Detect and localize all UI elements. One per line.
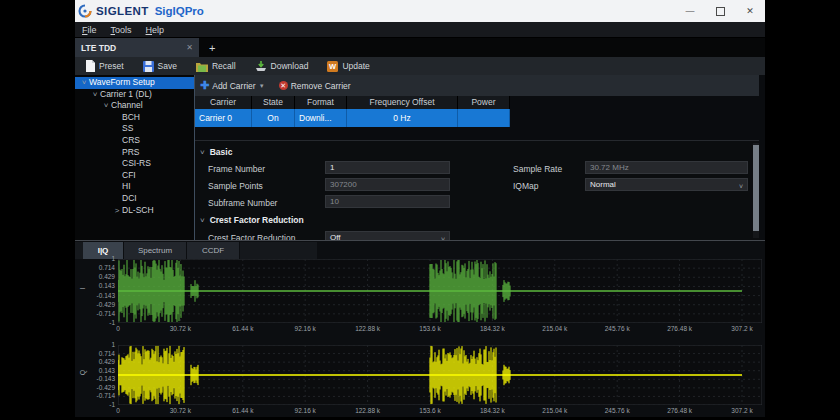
new-tab-button[interactable]: + — [199, 38, 225, 57]
minimize-button[interactable]: — — [675, 0, 705, 22]
col-header-state[interactable]: State — [252, 96, 295, 109]
tree-item-prs[interactable]: PRS — [75, 147, 194, 159]
y-tick-label: -0.714 — [75, 310, 115, 317]
tree-item-label: DL-SCH — [122, 205, 154, 217]
carrier-row-cell[interactable]: 0 Hz — [347, 109, 458, 127]
tree-item-csi-rs[interactable]: CSI-RS — [75, 158, 194, 170]
tree-item-channel[interactable]: ˅Channel — [75, 100, 194, 112]
y-tick-label: -0.429 — [75, 384, 115, 391]
remove-carrier-button[interactable]: ✕ Remove Carrier — [279, 81, 351, 91]
chevron-down-icon[interactable]: ▼ — [259, 83, 265, 89]
recall-button[interactable]: Recall — [196, 61, 236, 72]
chevron-down-icon[interactable]: ˅ — [79, 77, 89, 89]
carrier-table-header: CarrierStateFormatFrequency OffsetPower — [195, 96, 759, 109]
tree-item-waveform-setup[interactable]: ˅WaveForm Setup — [75, 77, 194, 89]
col-header-frequency-offset[interactable]: Frequency Offset — [347, 96, 458, 109]
tab-lte-tdd[interactable]: LTE TDD ✕ — [75, 38, 199, 57]
chevron-down-icon[interactable]: ˅ — [90, 89, 100, 101]
y-tick-label: -0.429 — [75, 301, 115, 308]
tree-item-ss[interactable]: SS — [75, 123, 194, 135]
tree-item-cfi[interactable]: CFI — [75, 170, 194, 182]
window-controls: — ✕ — [675, 0, 765, 22]
update-button[interactable]: W Update — [327, 61, 369, 72]
menu-help[interactable]: Help — [139, 25, 172, 35]
tab-spectrum[interactable]: Spectrum — [124, 242, 187, 259]
tree-item-crs[interactable]: CRS — [75, 135, 194, 147]
col-header-format[interactable]: Format — [295, 96, 347, 109]
menu-file[interactable]: File — [75, 25, 104, 35]
tab-close-icon[interactable]: ✕ — [186, 43, 193, 52]
x-tick-label: 0 — [93, 407, 143, 414]
carrier-row-cell[interactable]: Carrier 0 — [195, 109, 252, 127]
save-label: Save — [158, 61, 177, 71]
x-tick-label: 92.16 k — [280, 407, 330, 414]
x-tick-label: 153.6 k — [405, 325, 455, 332]
carrier-table: CarrierStateFormatFrequency OffsetPower … — [195, 96, 759, 127]
tree-item-dci[interactable]: DCI — [75, 193, 194, 205]
tab-label: LTE TDD — [81, 43, 116, 53]
menu-bar: FileToolsHelp — [75, 22, 765, 38]
section-cfr[interactable]: ˅Crest Factor Reduction — [200, 215, 304, 225]
sample-rate-label: Sample Rate — [513, 164, 562, 174]
download-button[interactable]: Download — [255, 61, 309, 72]
parameters-form: ˅Basic Frame Number 1 Sample Points 3072… — [195, 140, 759, 241]
sample-rate-input: 30.72 MHz — [585, 161, 748, 174]
title-bar: SIGLENT SigIQPro — ✕ — [75, 0, 765, 22]
tree-item-hi[interactable]: HI — [75, 181, 194, 193]
tree-item-label: PRS — [122, 147, 139, 159]
x-tick-label: 245.76 k — [592, 407, 642, 414]
chevron-right-icon[interactable]: ˃ — [112, 205, 122, 217]
tree-item-carrier-1-dl-[interactable]: ˅Carrier 1 (DL) — [75, 89, 194, 101]
tree-item-label: CFI — [122, 170, 136, 182]
menu-tools[interactable]: Tools — [104, 25, 139, 35]
iqmap-select[interactable]: Normal˅ — [585, 178, 748, 191]
tree-item-dl-sch[interactable]: ˃DL-SCH — [75, 205, 194, 217]
remove-circle-icon: ✕ — [279, 81, 288, 90]
plot-i-ylabels: 10.7140.4290.143-0.143-0.429-0.714-1 — [75, 259, 116, 323]
col-header-carrier[interactable]: Carrier — [195, 96, 252, 109]
preset-label: Preset — [99, 61, 124, 71]
tab-ccdf[interactable]: CCDF — [187, 242, 240, 259]
x-tick-label: 276.48 k — [655, 325, 705, 332]
tree-item-label: SS — [122, 123, 133, 135]
plot-q-xlabels: 030.72 k61.44 k92.16 k122.88 k153.6 k184… — [75, 405, 765, 417]
carrier-row-cell[interactable]: Downli... — [295, 109, 347, 127]
tree-item-bch[interactable]: BCH — [75, 112, 194, 124]
carrier-row-cell[interactable]: On — [252, 109, 295, 127]
x-tick-label: 122.88 k — [343, 407, 393, 414]
col-header-power[interactable]: Power — [458, 96, 510, 109]
remove-carrier-label: Remove Carrier — [291, 81, 351, 91]
recall-label: Recall — [212, 61, 236, 71]
section-basic[interactable]: ˅Basic — [200, 147, 232, 157]
subframe-number-input: 10 — [325, 195, 450, 208]
maximize-button[interactable] — [705, 0, 735, 22]
preset-button[interactable]: Preset — [85, 60, 124, 72]
svg-text:W: W — [329, 62, 337, 71]
carrier-row-cell[interactable] — [458, 109, 510, 127]
add-carrier-button[interactable]: ✚ Add Carrier ▼ — [200, 79, 265, 92]
save-button[interactable]: Save — [143, 61, 177, 72]
carrier-table-row[interactable]: Carrier 0OnDownli...0 Hz — [195, 109, 759, 127]
x-tick-label: 184.32 k — [467, 407, 517, 414]
brand-text: SIGLENT — [96, 5, 149, 17]
form-scrollbar[interactable] — [753, 143, 759, 238]
tree-item-label: BCH — [122, 112, 140, 124]
x-tick-label: 184.32 k — [467, 325, 517, 332]
tree-item-label: Channel — [111, 100, 143, 112]
close-button[interactable]: ✕ — [735, 0, 765, 22]
frame-number-input[interactable]: 1 — [325, 161, 450, 174]
tree-item-label: DCI — [122, 193, 137, 205]
tree-item-label: CSI-RS — [122, 158, 151, 170]
y-tick-label: 0.429 — [75, 273, 115, 280]
chevron-down-icon[interactable]: ˅ — [101, 100, 111, 112]
plot-i-area[interactable] — [118, 259, 762, 323]
x-tick-label: 245.76 k — [592, 325, 642, 332]
folder-icon — [196, 61, 208, 72]
x-tick-label: 122.88 k — [343, 325, 393, 332]
scrollbar-thumb[interactable] — [753, 145, 759, 231]
plot-q-area[interactable] — [118, 345, 762, 405]
maximize-icon — [716, 7, 725, 16]
plot-panel: I|Q Spectrum CCDF I 10.7140.4290.143-0.1… — [75, 240, 765, 417]
siglent-logo-icon — [78, 4, 92, 18]
y-tick-label: 0.143 — [75, 367, 115, 374]
